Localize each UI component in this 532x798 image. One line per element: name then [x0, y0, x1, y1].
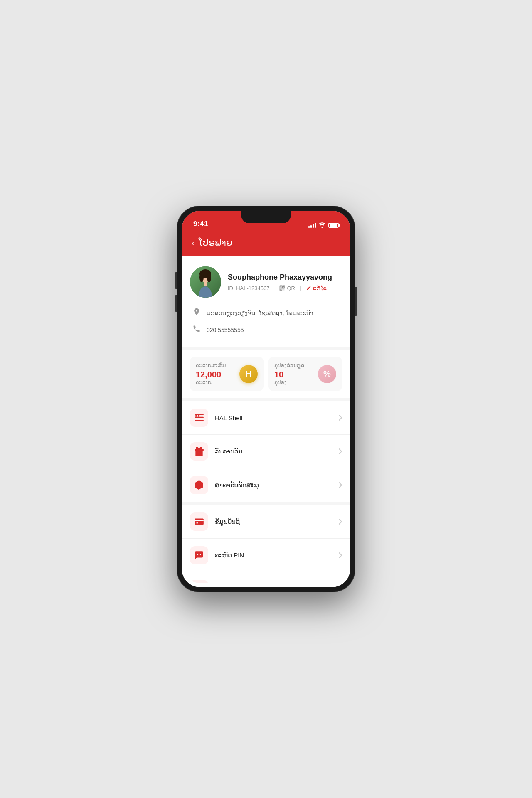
phone-screen: 9:41 ‹ ໂປຣຟາຍ — [182, 211, 350, 587]
card-icon — [194, 516, 204, 527]
svg-rect-17 — [195, 414, 204, 415]
menu-label-birthday: ວັນລານວັນ — [215, 448, 332, 455]
svg-point-27 — [199, 554, 200, 555]
address-row: ມະຄອນຫຼວງວຽງຈັນ, ໄຊເສດຖາ, ໂພນພະເນົາ — [192, 304, 340, 321]
svg-point-28 — [200, 554, 201, 555]
profile-top: Souphaphone Phaxayyavong ID: HAL-1234567 — [190, 266, 342, 298]
page-title: ໂປຣຟາຍ — [199, 237, 232, 248]
coin-letter: H — [246, 369, 251, 379]
discount-symbol: % — [323, 369, 331, 379]
address-text: ມະຄອນຫຼວງວຽງຈັນ, ໄຊເສດຖາ, ໂພນພະເນົາ — [207, 310, 313, 316]
qr-label: QR — [287, 285, 295, 291]
back-button[interactable]: ‹ — [192, 238, 195, 248]
menu-label-account-info: ຂໍ້ມູນບັນຊີ — [215, 518, 332, 525]
menu-icon-contact — [190, 580, 208, 583]
chevron-right-icon — [339, 415, 342, 421]
menu-item-pin[interactable]: ລະຫັດ PIN — [182, 539, 350, 572]
gift-icon — [194, 446, 204, 457]
menu-icon-birthday — [190, 442, 208, 461]
discount-coupons-card[interactable]: ຄູປອງສ່ວນຫຼຸດ 10 ຄູປອງ % — [268, 357, 342, 391]
profile-details: ມະຄອນຫຼວງວຽງຈັນ, ໄຊເສດຖາ, ໂພນພະເນົາ 020 … — [190, 304, 342, 338]
power-button[interactable] — [355, 287, 357, 316]
svg-rect-18 — [195, 417, 204, 418]
svg-rect-6 — [204, 281, 207, 286]
profile-id-row: ID: HAL-1234567 — [228, 285, 342, 291]
box-icon — [194, 480, 204, 490]
profile-info: Souphaphone Phaxayyavong ID: HAL-1234567 — [228, 273, 342, 291]
menu-label-hal-shelf: HAL Shelf — [215, 414, 332, 421]
qr-button[interactable]: QR — [279, 285, 295, 291]
svg-rect-15 — [283, 290, 283, 291]
menu-label-parcel: ສາລາຮັບພັດສະດຸ — [215, 481, 332, 489]
accumulated-points-card[interactable]: ຄະແນນສະສົມ 12,000 ຄະແນນ H — [190, 357, 264, 391]
chevron-right-icon — [339, 552, 342, 558]
discount-coupons-label: ຄູປອງສ່ວນຫຼຸດ — [274, 362, 304, 368]
svg-point-26 — [197, 554, 198, 555]
volume-down-button[interactable] — [175, 295, 177, 312]
profile-card: Souphaphone Phaxayyavong ID: HAL-1234567 — [182, 256, 350, 347]
avatar — [190, 266, 221, 298]
svg-rect-13 — [283, 288, 283, 289]
chat-icon — [194, 550, 204, 561]
status-icons — [308, 222, 339, 228]
svg-point-4 — [200, 272, 204, 282]
avatar-image — [190, 266, 221, 298]
menu-section-1: HAL Shelf — [182, 401, 350, 502]
svg-rect-10 — [283, 286, 284, 288]
menu-item-account-info[interactable]: ຂໍ້ມູນບັນຊີ — [182, 505, 350, 539]
edit-button[interactable]: ແກ້ໄຂ — [306, 285, 327, 291]
svg-rect-8 — [281, 286, 282, 288]
phone-frame: 9:41 ‹ ໂປຣຟາຍ — [177, 206, 355, 592]
volume-up-button[interactable] — [175, 272, 177, 289]
svg-rect-14 — [284, 288, 285, 289]
battery-icon — [328, 223, 339, 228]
shelf-icon — [194, 412, 204, 423]
content-area: Souphaphone Phaxayyavong ID: HAL-1234567 — [182, 256, 350, 583]
accumulated-points-value: 12,000 — [196, 370, 226, 379]
accumulated-points-unit: ຄະແນນ — [196, 379, 226, 385]
menu-label-pin: ລະຫັດ PIN — [215, 552, 332, 559]
chevron-right-icon — [339, 519, 342, 525]
wifi-icon — [318, 222, 326, 228]
edit-label: ແກ້ໄຂ — [313, 285, 327, 291]
qr-icon — [279, 285, 285, 291]
menu-item-hal-shelf[interactable]: HAL Shelf — [182, 401, 350, 435]
menu-icon-pin — [190, 546, 208, 564]
menu-icon-hal-shelf — [190, 409, 208, 427]
profile-id: ID: HAL-1234567 — [228, 285, 269, 291]
phone-text: 020 55555555 — [207, 327, 244, 333]
svg-rect-20 — [195, 415, 197, 417]
phone-icon — [192, 325, 202, 335]
status-time: 9:41 — [193, 220, 208, 228]
svg-point-5 — [207, 272, 211, 282]
menu-icon-account-info — [190, 512, 208, 531]
points-section: ຄະແນນສະສົມ 12,000 ຄະແນນ H ຄູປອງສ່ວນຫຼຸດ … — [182, 350, 350, 398]
menu-item-contact[interactable]: ຕິດຕໍ່ພວກເຮົາ — [182, 572, 350, 583]
svg-rect-23 — [195, 518, 204, 525]
accumulated-points-info: ຄະແນນສະສົມ 12,000 ຄະແນນ — [196, 362, 226, 385]
svg-rect-21 — [198, 415, 200, 417]
chevron-right-icon — [339, 482, 342, 488]
discount-coupons-value: 10 — [274, 370, 304, 379]
location-icon — [192, 308, 202, 318]
svg-rect-16 — [284, 290, 285, 291]
edit-icon — [306, 286, 311, 291]
menu-section-2: ຂໍ້ມູນບັນຊີ ລະຫັດ P — [182, 505, 350, 583]
chevron-right-icon — [339, 448, 342, 454]
menu-item-parcel[interactable]: ສາລາຮັບພັດສະດຸ — [182, 468, 350, 502]
discount-coupons-info: ຄູປອງສ່ວນຫຼຸດ 10 ຄູປອງ — [274, 362, 304, 385]
profile-name: Souphaphone Phaxayyavong — [228, 273, 342, 282]
discount-icon: % — [318, 365, 336, 383]
discount-coupons-unit: ຄູປອງ — [274, 379, 304, 385]
signal-icon — [308, 223, 316, 228]
header: ‹ ໂປຣຟາຍ — [182, 232, 350, 256]
coin-icon: H — [239, 365, 258, 383]
menu-item-birthday[interactable]: ວັນລານວັນ — [182, 435, 350, 468]
svg-rect-12 — [281, 289, 282, 290]
accumulated-points-label: ຄະແນນສະສົມ — [196, 362, 226, 368]
phone-row: 020 55555555 — [192, 321, 340, 338]
menu-icon-parcel — [190, 476, 208, 494]
notch — [241, 211, 291, 223]
svg-rect-19 — [195, 420, 204, 421]
